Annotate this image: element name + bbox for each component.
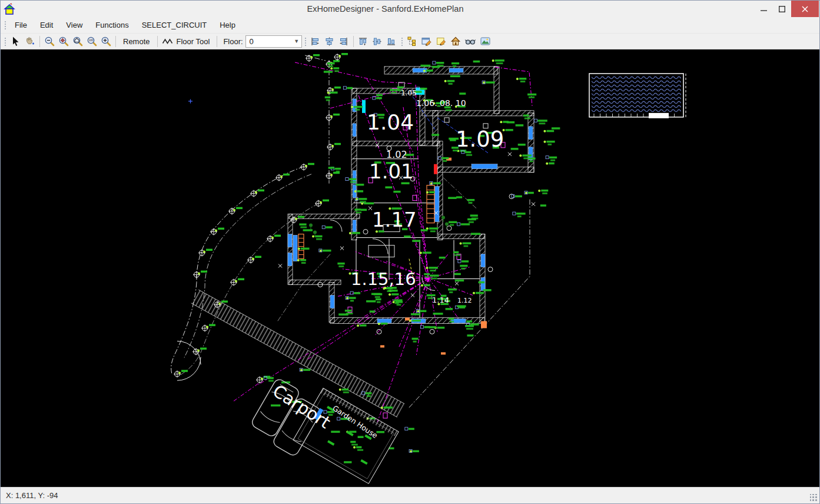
- image-icon: [480, 36, 491, 47]
- align-center-button[interactable]: [323, 35, 337, 48]
- align-top-button[interactable]: [356, 35, 370, 48]
- align-bottom-icon: [386, 37, 396, 47]
- pointer-icon: [10, 36, 21, 47]
- floor-plan-canvas[interactable]: 1.05 1.04 1.06. 08. 10 1.09 1.02 1.01 1.…: [1, 49, 819, 487]
- align-top-icon: [358, 37, 368, 47]
- room-label-112: 1.12: [457, 297, 472, 304]
- room-label-109: 1.09: [456, 127, 504, 152]
- menu-functions[interactable]: Functions: [89, 18, 135, 32]
- zoom-fit-icon: [72, 36, 83, 47]
- chevron-down-icon: ▼: [292, 38, 301, 44]
- floor-combobox-label: Floor:: [223, 37, 243, 46]
- app-window: ExHomeDesigner - Sanford.ExHomePlan File…: [0, 0, 820, 504]
- app-logo-icon: [3, 3, 16, 16]
- menu-file[interactable]: File: [8, 18, 34, 32]
- resize-grip[interactable]: [810, 494, 818, 502]
- room-label-115-16: 1.15,16: [351, 269, 416, 289]
- align-middle-button[interactable]: [370, 35, 384, 48]
- edit-note-button[interactable]: [434, 35, 449, 48]
- align-bottom-button[interactable]: [384, 35, 399, 48]
- menu-bar: File Edit View Functions SELECT_CIRCUIT …: [1, 17, 819, 33]
- window-title: ExHomeDesigner - Sanford.ExHomePlan: [16, 4, 755, 14]
- zoom-fit-button[interactable]: [71, 35, 85, 48]
- toolbar-gripper-2[interactable]: [304, 37, 307, 47]
- align-left-button[interactable]: [308, 35, 323, 48]
- image-button[interactable]: [478, 35, 493, 48]
- plan-geometry: [171, 53, 686, 483]
- zoom-in-button[interactable]: [99, 35, 113, 48]
- edit-note-icon: [436, 36, 447, 47]
- zoom-in-icon: [101, 36, 111, 47]
- preview-button[interactable]: [463, 35, 478, 48]
- svg-text:100: 100: [89, 39, 94, 42]
- cursor-coordinates: X: 1,611, Y: -94: [6, 491, 58, 500]
- home-button[interactable]: [449, 35, 463, 48]
- zoom-extents-icon: [58, 36, 69, 47]
- menu-gripper[interactable]: [4, 20, 6, 30]
- toolbar-separator: [217, 36, 217, 47]
- tree-view-icon: [407, 36, 417, 47]
- room-label-105: 1.05: [401, 89, 417, 97]
- toolbar: 100 Remote Floor Tool Floor: 0 ▼: [1, 33, 819, 49]
- menu-help[interactable]: Help: [213, 18, 242, 32]
- maximize-button[interactable]: [773, 1, 791, 17]
- zoom-extents-button[interactable]: [57, 35, 71, 48]
- menu-select-circuit[interactable]: SELECT_CIRCUIT: [135, 18, 214, 32]
- close-button[interactable]: [791, 1, 819, 17]
- room-label-106-08-10: 1.06. 08. 10: [416, 98, 466, 108]
- toolbar-gripper-1[interactable]: [4, 37, 6, 47]
- room-label-114: 1.14: [432, 296, 449, 304]
- zoom-100-button[interactable]: 100: [85, 35, 99, 48]
- zoom-100-icon: 100: [87, 36, 97, 47]
- edit-form-icon: [421, 36, 432, 47]
- align-left-icon: [310, 37, 320, 47]
- tree-view-button[interactable]: [405, 35, 419, 48]
- edit-form-button[interactable]: [419, 35, 434, 48]
- menu-edit[interactable]: Edit: [34, 18, 59, 32]
- zoom-out-button[interactable]: [42, 35, 57, 48]
- toolbar-separator: [157, 36, 158, 47]
- pan-tool-button[interactable]: [22, 35, 37, 48]
- floor-combobox[interactable]: 0 ▼: [245, 35, 302, 48]
- menu-view[interactable]: View: [59, 18, 89, 32]
- zoom-out-icon: [44, 36, 55, 47]
- preview-icon: [464, 36, 476, 47]
- drawing-canvas[interactable]: 1.05 1.04 1.06. 08. 10 1.09 1.02 1.01 1.…: [1, 49, 819, 487]
- align-right-button[interactable]: [337, 35, 351, 48]
- align-center-icon: [324, 37, 334, 47]
- room-label-101: 1.01: [369, 160, 414, 183]
- toolbar-separator: [39, 36, 40, 47]
- title-bar: ExHomeDesigner - Sanford.ExHomePlan: [1, 1, 819, 17]
- status-bar: X: 1,611, Y: -94: [1, 487, 819, 503]
- toolbar-gripper-3[interactable]: [400, 37, 403, 47]
- floor-tool-icon: [162, 37, 174, 46]
- floor-tool-label: Floor Tool: [174, 37, 213, 46]
- remote-button[interactable]: Remote: [118, 35, 155, 48]
- remote-button-label: Remote: [120, 37, 153, 46]
- floor-combobox-value: 0: [246, 37, 292, 46]
- room-label-117: 1.17: [372, 208, 417, 231]
- room-label-104: 1.04: [367, 110, 414, 134]
- pan-icon: [24, 36, 35, 47]
- pointer-tool-button[interactable]: [8, 35, 22, 48]
- home-icon: [450, 36, 461, 47]
- minimize-button[interactable]: [755, 1, 773, 17]
- room-label-102: 1.02: [386, 149, 407, 160]
- floor-tool-button[interactable]: Floor Tool: [160, 35, 215, 48]
- toolbar-separator: [353, 36, 354, 47]
- align-middle-icon: [372, 37, 382, 47]
- align-right-icon: [338, 37, 348, 47]
- toolbar-separator: [115, 36, 116, 47]
